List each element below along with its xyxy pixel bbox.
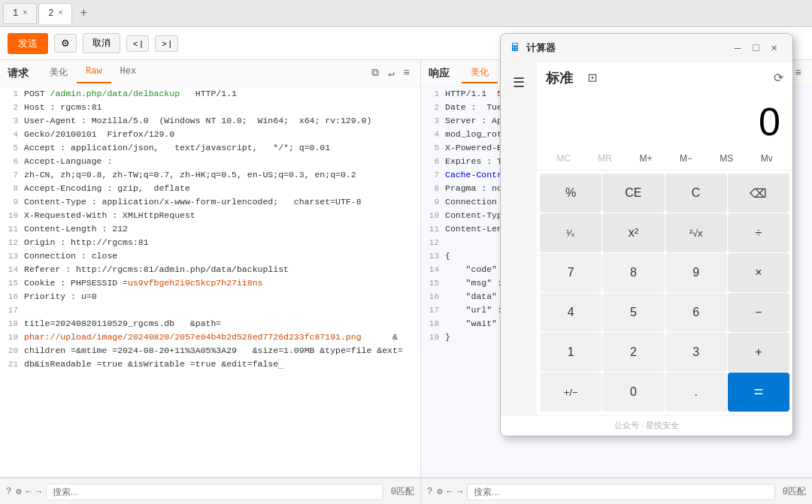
percent-button[interactable]: %: [540, 174, 601, 213]
zero-button[interactable]: 0: [602, 373, 664, 412]
cancel-button[interactable]: 取消: [83, 33, 120, 53]
request-help-icon[interactable]: ?: [6, 487, 11, 497]
mem-mv-button[interactable]: Mv: [755, 150, 779, 167]
response-match-count: 0匹配: [783, 485, 806, 498]
calculator-title: 计算器: [526, 41, 729, 55]
status-bars: ? ⚙ ← → 0匹配 ? ⚙ ← → 0匹配: [0, 477, 812, 504]
tab-beautify-response[interactable]: 美化: [462, 63, 498, 83]
calculator-display: 0: [537, 93, 792, 147]
response-forward-icon[interactable]: →: [457, 487, 462, 497]
line-15: 15 Cookie : PHPSESSID =us9vfbgeh2i9c5kcp…: [0, 276, 420, 290]
mem-mplus-button[interactable]: M+: [633, 150, 658, 167]
line-3: 3 User-Agent : Mozilla/5.0 (Windows NT 1…: [0, 114, 420, 128]
line-13: 13 Connection : close: [0, 249, 420, 263]
tab-1[interactable]: 1 ×: [3, 3, 37, 24]
negate-button[interactable]: +/−: [540, 373, 601, 412]
eight-button[interactable]: 8: [602, 253, 664, 292]
calculator-titlebar: 🖩 计算器 — □ ✕: [501, 34, 792, 62]
watermark-text: 公众号 · 星悦安全: [614, 421, 679, 430]
line-7: 7 zh-CN, zh;q=0.8, zh-TW;q=0.7, zh-HK;q=…: [0, 168, 420, 182]
send-button[interactable]: 发送: [8, 33, 48, 54]
request-status-bar: ? ⚙ ← → 0匹配: [0, 478, 421, 504]
seven-button[interactable]: 7: [540, 253, 601, 292]
tab-raw-request[interactable]: Raw: [77, 63, 111, 83]
request-tools: ⧉ ↵ ≡: [368, 65, 413, 81]
line-6: 6 Accept-Language :: [0, 155, 420, 168]
backspace-button[interactable]: ⌫: [728, 174, 789, 213]
nav-left-button[interactable]: < |: [126, 35, 149, 52]
request-title: 请求: [8, 67, 29, 80]
watermark: 公众号 · 星悦安全: [501, 415, 792, 436]
request-settings-icon[interactable]: ⚙: [16, 486, 21, 497]
sidebar-menu-icon[interactable]: ☰: [510, 68, 528, 97]
wrap-icon[interactable]: ↵: [385, 65, 397, 81]
clear-button[interactable]: C: [665, 174, 727, 213]
close-button[interactable]: ✕: [765, 40, 783, 56]
five-button[interactable]: 5: [602, 293, 664, 332]
request-code-area[interactable]: 1 POST /admin.php/data/delbackup HTTP/1.…: [0, 87, 420, 477]
line-2: 2 Host : rgcms:81: [0, 101, 420, 114]
minimize-button[interactable]: —: [729, 41, 747, 56]
one-button[interactable]: 1: [540, 333, 601, 372]
response-search-input[interactable]: [467, 484, 775, 500]
tab-hex-request[interactable]: Hex: [111, 63, 146, 83]
nav-right-button[interactable]: > |: [155, 35, 177, 52]
more-icon[interactable]: ≡: [401, 65, 413, 81]
sqrt-button[interactable]: ²√x: [665, 213, 727, 252]
tab-2-label: 2: [48, 8, 53, 19]
mem-mc-button[interactable]: MC: [550, 150, 577, 167]
maximize-button[interactable]: □: [747, 41, 765, 56]
copy-icon[interactable]: ⧉: [368, 65, 382, 81]
tab-2[interactable]: 2 ×: [38, 3, 72, 24]
tab-1-label: 1: [13, 8, 18, 19]
calculator-main: 标准 ⊡ ⟳ 0 MC MR M+ M− MS Mv %: [537, 62, 792, 415]
line-10: 10 X-Requested-With : XMLHttpRequest: [0, 209, 420, 222]
tab-add-button[interactable]: +: [74, 5, 93, 23]
square-button[interactable]: x²: [602, 213, 664, 252]
calculator-app-icon: 🖩: [510, 42, 520, 54]
line-5: 5 Accept : application/json, text/javasc…: [0, 141, 420, 155]
request-forward-icon[interactable]: →: [36, 487, 41, 497]
mem-mminus-button[interactable]: M−: [674, 150, 698, 167]
calculator-grid: % CE C ⌫ ¹⁄ₓ x² ²√x ÷ 7 8 9 × 4 5 6 −: [537, 171, 792, 415]
response-more-icon[interactable]: ≡: [792, 65, 804, 81]
response-help-icon[interactable]: ?: [427, 487, 432, 497]
decimal-button[interactable]: .: [665, 373, 727, 412]
calculator-window: 🖩 计算器 — □ ✕ ☰ 标准 ⊡ ⟳ 0 MC: [500, 33, 793, 436]
mem-mr-button[interactable]: MR: [592, 150, 618, 167]
line-9: 9 Content-Type : application/x-www-form-…: [0, 195, 420, 209]
line-17: 17: [0, 303, 420, 317]
nine-button[interactable]: 9: [665, 253, 727, 292]
line-21: 21 db&isReadable =true &isWritable =true…: [0, 358, 420, 371]
mem-ms-button[interactable]: MS: [714, 150, 739, 167]
request-panel: 请求 美化 Raw Hex ⧉ ↵ ≡ 1 POST /admin.php/da…: [0, 60, 421, 477]
three-button[interactable]: 3: [665, 333, 727, 372]
four-button[interactable]: 4: [540, 293, 601, 332]
plus-button[interactable]: +: [728, 333, 789, 372]
response-settings-icon[interactable]: ⚙: [437, 486, 442, 497]
response-back-icon[interactable]: ←: [447, 487, 452, 497]
tab-bar: 1 × 2 × +: [0, 0, 812, 27]
ce-button[interactable]: CE: [602, 174, 664, 213]
divide-button[interactable]: ÷: [728, 213, 789, 252]
tab-2-close[interactable]: ×: [58, 9, 62, 17]
line-18: 18 title=20240820110529_rgcms.db &path=: [0, 317, 420, 330]
two-button[interactable]: 2: [602, 333, 664, 372]
request-back-icon[interactable]: ←: [26, 487, 31, 497]
settings-button[interactable]: ⚙: [54, 34, 77, 53]
calculator-mode: 标准: [546, 69, 573, 87]
reciprocal-button[interactable]: ¹⁄ₓ: [540, 213, 601, 252]
minus-button[interactable]: −: [728, 293, 789, 332]
line-1: 1 POST /admin.php/data/delbackup HTTP/1.…: [0, 87, 420, 101]
tab-1-close[interactable]: ×: [23, 9, 27, 17]
history-expand-icon[interactable]: ⊡: [588, 68, 597, 87]
line-11: 11 Content-Length : 212: [0, 222, 420, 236]
six-button[interactable]: 6: [665, 293, 727, 332]
line-8: 8 Accept-Encoding : gzip, deflate: [0, 182, 420, 195]
multiply-button[interactable]: ×: [728, 253, 789, 292]
history-icon[interactable]: ⟳: [774, 71, 783, 86]
request-search-input[interactable]: [46, 484, 383, 500]
calculator-body: ☰ 标准 ⊡ ⟳ 0 MC MR M+ M− MS Mv: [501, 62, 792, 415]
equals-button[interactable]: =: [728, 373, 789, 412]
tab-beautify-request[interactable]: 美化: [41, 63, 77, 83]
